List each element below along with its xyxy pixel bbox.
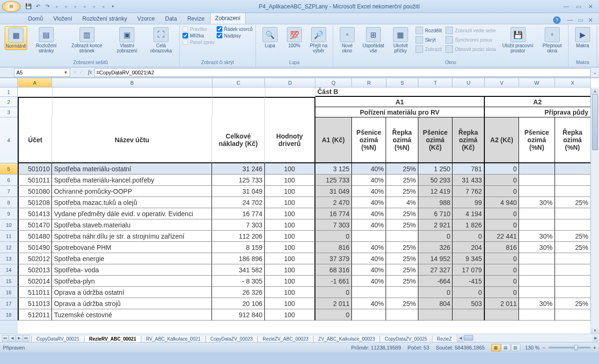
split-button[interactable]: Rozdělit: [415, 26, 443, 35]
cell[interactable]: 511011: [18, 287, 52, 298]
tab-data[interactable]: Data: [161, 14, 182, 24]
cell[interactable]: Příprava půdy: [485, 107, 591, 117]
cell[interactable]: Tuzemské cestovné: [52, 309, 212, 320]
cell[interactable]: 3 125: [315, 163, 352, 175]
cell[interactable]: [519, 175, 555, 186]
cell[interactable]: 100: [265, 219, 315, 231]
cell[interactable]: Název účtu: [52, 117, 212, 163]
column-header[interactable]: V: [485, 78, 519, 87]
saveworkspace-button[interactable]: 💾Uložit pracovní prostor: [499, 26, 537, 54]
cell[interactable]: [352, 287, 386, 298]
cell[interactable]: 100: [265, 309, 315, 320]
sheet-tab[interactable]: RezieZ: [432, 336, 457, 342]
cell[interactable]: 25%: [386, 208, 418, 219]
office-button[interactable]: ⊞: [2, 1, 21, 12]
formula-input[interactable]: =CopyDataRV_00021!A2: [94, 68, 591, 77]
row-header[interactable]: 1: [0, 87, 18, 97]
column-header[interactable]: X: [555, 78, 591, 87]
qat-icon[interactable]: ▫: [99, 2, 108, 11]
cell[interactable]: 2 921: [418, 219, 453, 231]
cell[interactable]: 100: [265, 276, 315, 287]
cell[interactable]: 25%: [386, 186, 418, 197]
cell[interactable]: 100: [265, 175, 315, 186]
cell[interactable]: 40%: [352, 186, 386, 197]
enter-icon[interactable]: ✓: [79, 69, 83, 75]
cell[interactable]: [386, 231, 418, 242]
qat-dropdown-icon[interactable]: ▾: [109, 2, 117, 11]
cell[interactable]: 6 710: [418, 208, 453, 219]
sheet-tab[interactable]: CopyDataZV_00023: [205, 336, 258, 342]
cell[interactable]: 501011: [18, 175, 52, 186]
sheet-tab[interactable]: RV_ABC_Kalkulace_0021: [141, 336, 206, 342]
row-header[interactable]: 2: [0, 97, 18, 107]
cell[interactable]: [555, 175, 591, 186]
cell[interactable]: 100: [265, 163, 315, 175]
column-header[interactable]: B: [52, 78, 212, 87]
cell[interactable]: 502014: [18, 276, 52, 287]
cell[interactable]: [519, 163, 555, 175]
cell[interactable]: Účet: [18, 117, 52, 163]
cell[interactable]: 7 303: [212, 219, 264, 231]
cell[interactable]: 502012: [18, 253, 52, 264]
ribbon-close-icon[interactable]: ✕: [586, 16, 595, 24]
cell[interactable]: A2: [485, 97, 591, 107]
cell[interactable]: Část B: [315, 87, 591, 97]
cell[interactable]: 68 316: [315, 264, 352, 276]
cell[interactable]: Pšenice ozimá (%N): [519, 117, 555, 163]
scroll-thumb[interactable]: [592, 94, 598, 150]
cell[interactable]: 2 011: [315, 298, 352, 309]
cell[interactable]: [519, 276, 555, 287]
tab-formulas[interactable]: Vzorce: [132, 14, 159, 24]
cell[interactable]: 40%: [352, 264, 386, 276]
cell[interactable]: 4%: [386, 197, 418, 208]
cell[interactable]: 25%: [555, 298, 591, 309]
prev-sheet-icon[interactable]: ◀: [9, 335, 15, 342]
cell[interactable]: 25%: [386, 298, 418, 309]
cell[interactable]: [485, 309, 519, 320]
view-custom-button[interactable]: ▣Vlastní zobrazení: [110, 26, 144, 54]
cell[interactable]: Ochranné pomůcky-OOPP: [52, 186, 212, 197]
ribbon-minimize-icon[interactable]: —: [565, 16, 575, 24]
row-header[interactable]: 15: [0, 276, 18, 287]
row-header[interactable]: 3: [0, 107, 18, 117]
cell[interactable]: [18, 107, 52, 117]
cell[interactable]: Spotreba náhr.dílu je str. a strojnímu z…: [52, 231, 212, 242]
cell[interactable]: 25%: [386, 219, 418, 231]
cell[interactable]: 1 250: [418, 163, 453, 175]
cell[interactable]: 186 896: [212, 253, 264, 264]
tab-insert[interactable]: Vložení: [49, 14, 77, 24]
cell[interactable]: [519, 219, 555, 231]
cell[interactable]: [18, 87, 52, 97]
cell[interactable]: 37 379: [315, 253, 352, 264]
cell[interactable]: 204: [453, 242, 485, 253]
cell[interactable]: Spotřeba mazac.tuků a olejů: [52, 197, 212, 208]
scroll-up-icon[interactable]: ▲: [591, 87, 599, 94]
cell[interactable]: -1 661: [315, 276, 352, 287]
cell[interactable]: 804: [418, 298, 453, 309]
cell[interactable]: Řepka ozimá (Kč): [453, 117, 485, 163]
horizontal-scrollbar[interactable]: ◀ ▶: [457, 334, 599, 342]
cell[interactable]: 7 303: [315, 219, 352, 231]
tab-home[interactable]: Domů: [23, 14, 48, 24]
cell[interactable]: 511013: [18, 298, 52, 309]
cells-area[interactable]: Část BA1A2Pořízení materiálu pro RVPřípr…: [18, 87, 591, 334]
cell[interactable]: 17 079: [453, 264, 485, 276]
cell[interactable]: 0: [485, 208, 519, 219]
row-header[interactable]: 11: [0, 231, 18, 242]
sheet-tab[interactable]: RezieRV_ABC_00021: [84, 336, 141, 342]
cell[interactable]: 25%: [386, 163, 418, 175]
cell[interactable]: 40%: [352, 219, 386, 231]
row-header[interactable]: 5: [0, 163, 18, 175]
cell[interactable]: 912 840: [212, 309, 264, 320]
cell[interactable]: [52, 87, 212, 97]
cell[interactable]: 25%: [555, 242, 591, 253]
restore-icon[interactable]: ▭: [574, 3, 583, 10]
cell[interactable]: Pšenice ozimá (Kč): [418, 117, 453, 163]
fx-icon[interactable]: fx: [86, 69, 94, 76]
qat-icon[interactable]: ▫: [62, 2, 70, 11]
last-sheet-icon[interactable]: ⏭: [23, 335, 29, 342]
close-icon[interactable]: ✕: [586, 3, 595, 10]
qat-icon[interactable]: ▫: [80, 2, 89, 11]
cell[interactable]: 30%: [519, 231, 555, 242]
scroll-left-icon[interactable]: ◀: [457, 334, 464, 342]
